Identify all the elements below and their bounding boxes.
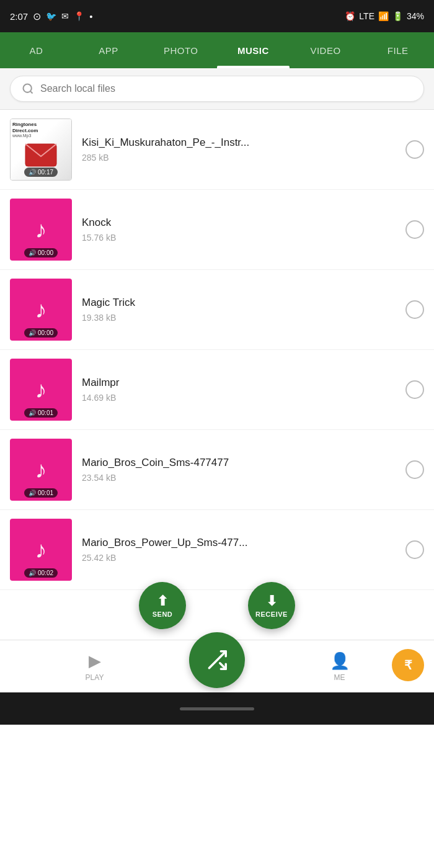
thumb-timer: 🔊00:00 [24, 328, 58, 338]
file-size: 19.38 kB [82, 313, 396, 323]
bottom-bar [0, 692, 434, 725]
search-input-wrap[interactable] [10, 76, 424, 102]
dot-indicator: • [89, 11, 92, 22]
battery-percent: 34% [407, 11, 424, 21]
receive-button[interactable]: ⬇ RECEIVE [248, 582, 295, 629]
file-info: Mailmpr 14.69 kB [82, 377, 396, 403]
status-bar: 2:07 ⊙ 🐦 ✉ 📍 • ⏰ LTE 📶 🔋 34% [0, 0, 434, 32]
tab-video[interactable]: VIDEO [290, 32, 362, 68]
search-icon [22, 83, 34, 95]
radio-select[interactable] [405, 300, 424, 319]
send-icon: ⬆ [157, 593, 169, 609]
radio-select[interactable] [405, 540, 424, 559]
thumbnail-magenta: ♪ 🔊00:01 [10, 439, 72, 501]
radio-select[interactable] [405, 380, 424, 399]
thumbnail-magenta: ♪ 🔊00:00 [10, 199, 72, 261]
list-item[interactable]: ♪ 🔊00:00 Knock 15.76 kB [0, 190, 434, 270]
file-info: Mario_Bros_Coin_Sms-477477 23.54 kB [82, 457, 396, 483]
file-size: 285 kB [82, 153, 396, 163]
lte-label: LTE [359, 11, 374, 21]
thumbnail-magenta: ♪ 🔊00:02 [10, 519, 72, 581]
play-icon: ▶ [89, 651, 101, 671]
thumb-timer: 🔊00:17 [24, 168, 58, 177]
file-size: 15.76 kB [82, 233, 396, 243]
send-button[interactable]: ⬆ SEND [139, 582, 186, 629]
thumb-timer: 🔊00:02 [24, 568, 58, 578]
radio-select[interactable] [405, 140, 424, 159]
coin-button[interactable]: ₹ [392, 649, 424, 681]
file-info: Knock 15.76 kB [82, 217, 396, 243]
file-info: Magic Trick 19.38 kB [82, 297, 396, 323]
nav-tabs: AD APP PHOTO MUSIC VIDEO FILE [0, 32, 434, 68]
twitter-icon: 🐦 [46, 11, 56, 21]
thumb-timer: 🔊00:01 [24, 488, 58, 498]
status-left: 2:07 ⊙ 🐦 ✉ 📍 • [10, 11, 92, 22]
list-item[interactable]: ♪ 🔊00:00 Magic Trick 19.38 kB [0, 270, 434, 350]
file-name: Knock [82, 217, 396, 229]
tab-file[interactable]: FILE [361, 32, 434, 68]
music-note-icon: ♪ [35, 377, 47, 403]
thumb-timer: 🔊00:00 [24, 248, 58, 257]
file-name: Mailmpr [82, 377, 396, 389]
mail-icon: ✉ [61, 11, 69, 21]
time: 2:07 [10, 11, 28, 22]
tab-app[interactable]: APP [73, 32, 145, 68]
shuffle-icon [205, 648, 229, 672]
receive-icon: ⬇ [266, 593, 278, 609]
thumbnail-magenta: ♪ 🔊00:00 [10, 279, 72, 341]
music-note-icon: ♪ [35, 537, 47, 563]
file-size: 14.69 kB [82, 393, 396, 403]
thumb-timer: 🔊00:01 [24, 408, 58, 418]
tab-music[interactable]: MUSIC [217, 32, 290, 68]
tab-photo[interactable]: PHOTO [144, 32, 217, 68]
status-right: ⏰ LTE 📶 🔋 34% [345, 11, 424, 21]
signal-icon: 📶 [378, 11, 389, 21]
coin-icon: ₹ [404, 658, 412, 673]
list-item[interactable]: RingtonesDirect.com www.Mp3 🔊00:17 Kisi_ [0, 110, 434, 190]
home-indicator[interactable] [180, 707, 254, 710]
nav-shuffle-button[interactable] [189, 632, 245, 688]
chrome-icon: ⊙ [33, 11, 41, 22]
alarm-icon: ⏰ [345, 11, 355, 21]
file-info: Mario_Bros_Power_Up_Sms-477... 25.42 kB [82, 537, 396, 563]
search-input[interactable] [40, 83, 412, 94]
file-name: Mario_Bros_Power_Up_Sms-477... [82, 537, 396, 549]
thumbnail-ringtones: RingtonesDirect.com www.Mp3 🔊00:17 [10, 119, 72, 181]
file-size: 25.42 kB [82, 553, 396, 563]
play-label: PLAY [86, 673, 104, 682]
svg-point-0 [24, 84, 32, 92]
file-name: Mario_Bros_Coin_Sms-477477 [82, 457, 396, 469]
me-icon: 👤 [330, 651, 350, 671]
file-name: Magic Trick [82, 297, 396, 309]
radio-select[interactable] [405, 460, 424, 479]
music-note-icon: ♪ [35, 297, 47, 323]
envelope-icon [24, 143, 58, 168]
radio-select[interactable] [405, 220, 424, 239]
bottom-nav: ▶ PLAY 👤 ME ₹ [0, 640, 434, 692]
music-note-icon: ♪ [35, 217, 47, 243]
me-label: ME [334, 673, 345, 682]
list-item[interactable]: ♪ 🔊00:01 Mario_Bros_Coin_Sms-477477 23.5… [0, 430, 434, 510]
list-item[interactable]: ♪ 🔊00:01 Mailmpr 14.69 kB [0, 350, 434, 430]
list-item[interactable]: ♪ 🔊00:02 Mario_Bros_Power_Up_Sms-477... … [0, 510, 434, 590]
battery-icon: 🔋 [392, 11, 403, 21]
file-info: Kisi_Ki_Muskurahaton_Pe_-_Instr... 285 k… [82, 136, 396, 163]
file-name: Kisi_Ki_Muskurahaton_Pe_-_Instr... [82, 136, 396, 149]
search-bar [0, 68, 434, 110]
tab-ad[interactable]: AD [0, 32, 73, 68]
maps-icon: 📍 [74, 11, 84, 21]
svg-line-1 [30, 91, 33, 94]
music-note-icon: ♪ [35, 457, 47, 483]
thumbnail-magenta: ♪ 🔊00:01 [10, 359, 72, 421]
nav-play[interactable]: ▶ PLAY [0, 651, 189, 682]
file-list: RingtonesDirect.com www.Mp3 🔊00:17 Kisi_ [0, 110, 434, 590]
file-size: 23.54 kB [82, 473, 396, 483]
